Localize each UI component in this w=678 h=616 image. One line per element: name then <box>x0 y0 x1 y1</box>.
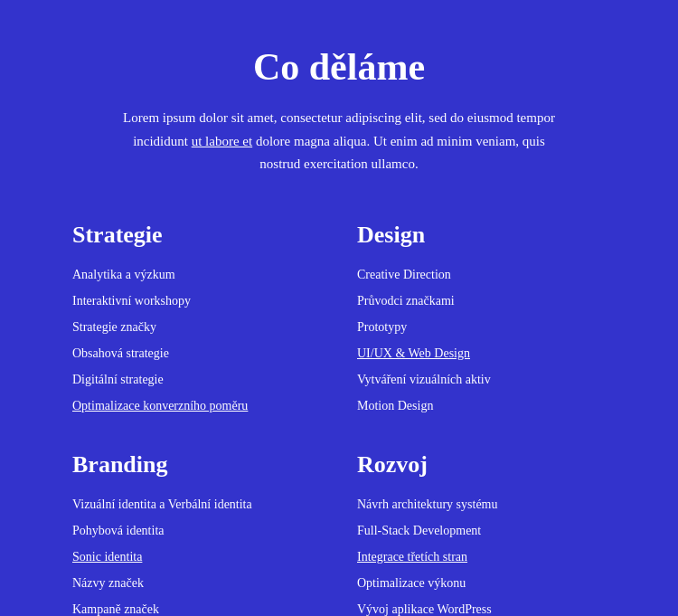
services-grid: Strategie Analytika a výzkum Interaktivn… <box>72 222 606 617</box>
list-item: Vývoj aplikace WordPress <box>357 600 606 617</box>
list-item: Sonic identita <box>72 547 321 566</box>
list-item: UI/UX & Web Design <box>357 344 606 363</box>
list-item: Optimalizace výkonu <box>357 573 606 592</box>
list-item: Průvodci značkami <box>357 291 606 310</box>
list-item: Pohybová identita <box>72 521 321 540</box>
list-item: Strategie značky <box>72 317 321 336</box>
list-item: Full-Stack Development <box>357 521 606 540</box>
list-item: Motion Design <box>357 396 606 415</box>
service-link[interactable]: Integrace třetích stran <box>357 550 467 564</box>
service-link[interactable]: Sonic identita <box>72 550 142 564</box>
service-title-rozvoj: Rozvoj <box>357 451 606 479</box>
service-column-branding: Branding Vizuální identita a Verbální id… <box>72 451 321 617</box>
service-column-design: Design Creative Direction Průvodci značk… <box>357 222 606 415</box>
service-title-branding: Branding <box>72 451 321 479</box>
list-item: Integrace třetích stran <box>357 547 606 566</box>
list-item: Návrh architektury systému <box>357 495 606 514</box>
header-section: Co děláme Lorem ipsum dolor sit amet, co… <box>72 45 606 176</box>
list-item: Optimalizace konverzního poměru <box>72 396 321 415</box>
service-list-design: Creative Direction Průvodci značkami Pro… <box>357 265 606 415</box>
list-item: Creative Direction <box>357 265 606 284</box>
page-description: Lorem ipsum dolor sit amet, consectetur … <box>113 107 565 176</box>
service-list-strategie: Analytika a výzkum Interaktivní workshop… <box>72 265 321 415</box>
service-column-strategie: Strategie Analytika a výzkum Interaktivn… <box>72 222 321 415</box>
list-item: Vizuální identita a Verbální identita <box>72 495 321 514</box>
service-column-rozvoj: Rozvoj Návrh architektury systému Full-S… <box>357 451 606 617</box>
page-title: Co děláme <box>72 45 606 89</box>
list-item: Analytika a výzkum <box>72 265 321 284</box>
service-title-strategie: Strategie <box>72 222 321 249</box>
service-title-design: Design <box>357 222 606 249</box>
underline-text: ut labore et <box>192 134 252 148</box>
list-item: Názvy značek <box>72 573 321 592</box>
service-list-rozvoj: Návrh architektury systému Full-Stack De… <box>357 495 606 617</box>
page-wrapper: Co děláme Lorem ipsum dolor sit amet, co… <box>0 0 678 616</box>
service-link[interactable]: UI/UX & Web Design <box>357 346 470 360</box>
list-item: Prototypy <box>357 317 606 336</box>
list-item: Vytváření vizuálních aktiv <box>357 370 606 389</box>
list-item: Digitální strategie <box>72 370 321 389</box>
list-item: Obsahová strategie <box>72 344 321 363</box>
list-item: Interaktivní workshopy <box>72 291 321 310</box>
list-item: Kampaně značek <box>72 600 321 617</box>
service-list-branding: Vizuální identita a Verbální identita Po… <box>72 495 321 617</box>
service-link[interactable]: Optimalizace konverzního poměru <box>72 399 248 412</box>
